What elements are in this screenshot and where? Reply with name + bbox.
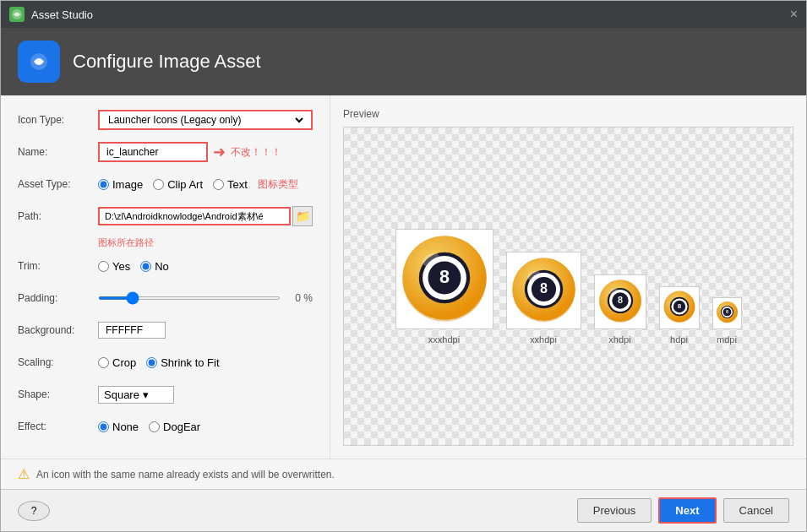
icon-type-dropdown[interactable]: Launcher Icons (Legacy only): [105, 113, 306, 127]
background-row: Background:: [18, 318, 313, 342]
label-xhdpi: xhdpi: [608, 334, 630, 345]
icon-type-select-wrapper: Launcher Icons (Legacy only): [98, 110, 313, 130]
ball-svg-xxhdpi: 8: [510, 255, 578, 323]
padding-value: 0 %: [287, 292, 313, 304]
effect-group: None DogEar: [98, 421, 200, 433]
warning-bar: ⚠ An icon with the same name already exi…: [1, 459, 806, 489]
scaling-label: Scaling:: [18, 356, 98, 368]
shape-row: Shape: Square ▾: [18, 383, 313, 406]
preview-icons-container: 8 xxxhdpi: [395, 229, 742, 345]
icon-border-xxxhdpi: 8: [395, 229, 493, 329]
svg-text:8: 8: [439, 266, 449, 287]
browse-button[interactable]: 📁: [292, 206, 313, 226]
ball-svg-mdpi: 8: [716, 301, 739, 323]
asset-type-group: Image Clip Art Text 图标类型: [98, 177, 298, 192]
trim-row: Trim: Yes No: [18, 254, 313, 278]
warning-text: An icon with the same name already exist…: [36, 469, 335, 480]
title-bar: Asset Studio ×: [1, 1, 806, 28]
preview-panel: Preview 8: [330, 95, 806, 459]
arrow-icon: ➜: [213, 143, 226, 161]
svg-text:8: 8: [617, 295, 622, 305]
trim-yes[interactable]: Yes: [98, 260, 130, 273]
path-input[interactable]: [98, 207, 291, 225]
icon-border-mdpi: 8: [712, 297, 742, 329]
asset-type-text[interactable]: Text: [213, 178, 248, 191]
next-button[interactable]: Next: [658, 497, 716, 524]
trim-no[interactable]: No: [140, 260, 169, 273]
name-row: Name: ➜ 不改！！！: [18, 140, 313, 164]
name-annotation: 不改！！！: [231, 145, 281, 160]
background-color-input[interactable]: [98, 322, 166, 339]
app-icon: [9, 7, 25, 22]
icon-hdpi: 8 hdpi: [659, 286, 700, 345]
dialog-title: Configure Image Asset: [73, 51, 261, 73]
previous-button[interactable]: Previous: [577, 498, 652, 523]
dialog-header: Configure Image Asset: [1, 28, 806, 95]
padding-row: Padding: 0 %: [18, 286, 313, 310]
asset-studio-window: Asset Studio × Configure Image Asset Ico…: [0, 0, 807, 532]
label-hdpi: hdpi: [670, 334, 688, 345]
help-button[interactable]: ?: [18, 501, 50, 521]
icon-type-row: Icon Type: Launcher Icons (Legacy only): [18, 108, 313, 132]
preview-area: 8 xxxhdpi: [343, 127, 793, 446]
svg-text:8: 8: [677, 302, 681, 310]
ball-svg-xhdpi: 8: [597, 278, 643, 323]
padding-label: Padding:: [18, 292, 98, 304]
padding-slider-group: 0 %: [98, 292, 313, 304]
shape-dropdown[interactable]: Square ▾: [98, 386, 174, 404]
icon-xhdpi: 8 xhdpi: [594, 274, 646, 345]
asset-type-clip-art[interactable]: Clip Art: [153, 178, 203, 191]
svg-text:8: 8: [726, 309, 728, 314]
icon-mdpi: 8 mdpi: [712, 297, 742, 345]
effect-row: Effect: None DogEar: [18, 415, 313, 438]
asset-type-label: Asset Type:: [18, 178, 98, 190]
icon-border-hdpi: 8: [659, 286, 700, 329]
scaling-group: Crop Shrink to Fit: [98, 356, 220, 369]
icon-border-xxhdpi: 8: [506, 252, 581, 329]
effect-none[interactable]: None: [98, 421, 139, 433]
path-row: Path: 📁: [18, 204, 313, 228]
header-icon: [18, 41, 60, 83]
effect-label: Effect:: [18, 421, 98, 432]
trim-label: Trim:: [18, 260, 98, 272]
path-label: Path:: [18, 210, 98, 222]
path-field-group: 📁: [98, 206, 313, 226]
asset-type-row: Asset Type: Image Clip Art Text 图标类型: [18, 172, 313, 196]
main-content: Icon Type: Launcher Icons (Legacy only) …: [1, 95, 806, 459]
cancel-button[interactable]: Cancel: [723, 498, 789, 523]
trim-group: Yes No: [98, 260, 169, 273]
icon-type-select-box[interactable]: Launcher Icons (Legacy only): [98, 110, 313, 130]
scaling-shrink[interactable]: Shrink to Fit: [146, 356, 219, 369]
background-label: Background:: [18, 324, 98, 336]
chevron-down-icon: ▾: [143, 388, 149, 401]
path-annotation: 图标所在路径: [18, 236, 313, 249]
close-button[interactable]: ×: [790, 7, 798, 22]
preview-label: Preview: [343, 108, 793, 120]
name-input[interactable]: [98, 142, 208, 162]
icon-xxhdpi: 8 xxhdpi: [506, 252, 581, 345]
icon-type-label: Icon Type:: [18, 114, 98, 126]
svg-text:8: 8: [539, 280, 547, 296]
asset-type-image[interactable]: Image: [98, 178, 143, 191]
warning-icon: ⚠: [18, 466, 30, 482]
name-label: Name:: [18, 146, 98, 158]
window-title: Asset Studio: [31, 8, 790, 21]
scaling-crop[interactable]: Crop: [98, 356, 136, 369]
effect-dog-ear[interactable]: DogEar: [149, 421, 200, 433]
form-panel: Icon Type: Launcher Icons (Legacy only) …: [1, 95, 330, 459]
ball-svg-hdpi: 8: [663, 290, 696, 323]
asset-type-annotation: 图标类型: [258, 177, 298, 192]
icon-xxxhdpi: 8 xxxhdpi: [395, 229, 493, 345]
footer: ? Previous Next Cancel: [1, 489, 806, 531]
name-field-group: ➜ 不改！！！: [98, 142, 281, 162]
padding-slider[interactable]: [98, 296, 281, 300]
shape-label: Shape:: [18, 388, 98, 400]
label-mdpi: mdpi: [717, 334, 737, 345]
scaling-row: Scaling: Crop Shrink to Fit: [18, 350, 313, 374]
ball-svg-xxxhdpi: 8: [399, 232, 490, 323]
icon-border-xhdpi: 8: [594, 274, 646, 329]
label-xxhdpi: xxhdpi: [530, 334, 557, 345]
label-xxxhdpi: xxxhdpi: [428, 334, 460, 345]
